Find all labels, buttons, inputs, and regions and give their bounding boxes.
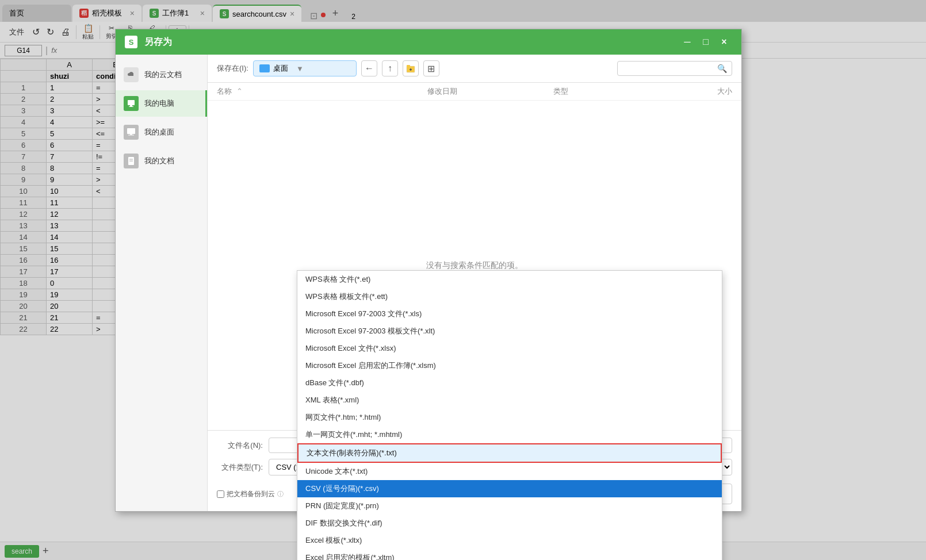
dialog-sidebar: 我的云文档 我的电脑 我的桌面 我的文档: [116, 55, 208, 511]
sidebar-cloud-label: 我的云文档: [144, 70, 182, 80]
dropdown-item[interactable]: Unicode 文本(*.txt): [297, 463, 722, 480]
folder-icon: [259, 64, 270, 72]
save-location-label: 保存在(I):: [217, 63, 248, 74]
col-type-header: 类型: [553, 86, 659, 97]
sidebar-desktop-label: 我的桌面: [144, 127, 174, 137]
search-box-dialog: 🔍: [617, 61, 732, 76]
filetype-dropdown: WPS表格 文件(*.et)WPS表格 模板文件(*.ett)Microsoft…: [297, 270, 722, 560]
dropdown-item[interactable]: Microsoft Excel 启用宏的工作簿(*.xlsm): [297, 357, 722, 374]
sidebar-item-cloud[interactable]: 我的云文档: [116, 62, 207, 88]
documents-icon: [124, 154, 139, 168]
dropdown-item[interactable]: WPS表格 模板文件(*.ett): [297, 288, 722, 305]
dropdown-item[interactable]: 文本文件(制表符分隔)(*.txt): [297, 443, 722, 463]
dropdown-item[interactable]: Excel 启用宏的模板(*.xltm): [297, 549, 722, 560]
dropdown-item[interactable]: CSV (逗号分隔)(*.csv): [297, 480, 722, 497]
sidebar-item-desktop[interactable]: 我的桌面: [116, 119, 207, 145]
dialog-maximize-btn[interactable]: □: [698, 34, 714, 50]
dropdown-item[interactable]: 网页文件(*.htm; *.html): [297, 409, 722, 426]
computer-icon: [124, 96, 139, 111]
dropdown-item[interactable]: XML 表格(*.xml): [297, 392, 722, 409]
save-location-value: 桌面: [273, 63, 288, 74]
dropdown-item[interactable]: dBase 文件(*.dbf): [297, 374, 722, 392]
dialog-title-icon: S: [125, 36, 137, 48]
nav-back-btn[interactable]: ←: [361, 60, 377, 76]
sidebar-computer-label: 我的电脑: [144, 98, 174, 109]
search-icon: 🔍: [717, 64, 727, 73]
sidebar-documents-label: 我的文档: [144, 156, 174, 166]
dropdown-item[interactable]: Microsoft Excel 97-2003 文件(*.xls): [297, 305, 722, 323]
dialog-controls: ─ □ ×: [679, 34, 732, 50]
sidebar-item-computer[interactable]: 我的电脑: [116, 90, 207, 117]
dropdown-item[interactable]: DIF 数据交换文件(*.dif): [297, 515, 722, 532]
dropdown-item[interactable]: PRN (固定宽度)(*.prn): [297, 497, 722, 515]
nav-up-btn[interactable]: ↑: [382, 60, 398, 76]
svg-rect-10: [407, 65, 410, 67]
svg-rect-2: [129, 106, 133, 107]
dialog-title-text: 另存为: [144, 36, 172, 48]
dropdown-item[interactable]: Microsoft Excel 文件(*.xlsx): [297, 340, 722, 357]
dialog-minimize-btn[interactable]: ─: [679, 34, 695, 50]
nav-folder-new-btn[interactable]: [403, 60, 419, 76]
col-size-header: 大小: [659, 86, 732, 97]
dropdown-item[interactable]: 单一网页文件(*.mht; *.mhtml): [297, 426, 722, 443]
dropdown-item[interactable]: Microsoft Excel 97-2003 模板文件(*.xlt): [297, 323, 722, 340]
col-date-header: 修改日期: [427, 86, 553, 97]
search-input-dialog[interactable]: [622, 64, 714, 73]
cloud-backup-area: 把文档备份到云 ⓘ: [217, 489, 284, 499]
cloud-icon: [124, 67, 139, 82]
cloud-backup-checkbox[interactable]: [217, 490, 224, 498]
desktop-icon: [124, 125, 139, 140]
sidebar-item-documents[interactable]: 我的文档: [116, 148, 207, 174]
svg-rect-1: [130, 105, 132, 106]
filetype-label: 文件类型(T):: [217, 462, 263, 473]
dropdown-item[interactable]: Excel 模板(*.xltx): [297, 532, 722, 549]
dropdown-item[interactable]: WPS表格 文件(*.et): [297, 271, 722, 288]
file-list-header: 名称 ⌃ 修改日期 类型 大小: [208, 83, 741, 101]
svg-rect-3: [127, 128, 135, 134]
col-name-header: 名称 ⌃: [217, 86, 427, 97]
empty-message: 没有与搜索条件匹配的项。: [426, 260, 523, 271]
dialog-close-btn[interactable]: ×: [716, 34, 732, 50]
svg-rect-5: [128, 135, 134, 136]
cloud-backup-label: 把文档备份到云: [227, 489, 275, 499]
svg-rect-0: [128, 100, 135, 105]
info-icon: ⓘ: [277, 490, 284, 498]
dialog-titlebar: S 另存为 ─ □ ×: [116, 29, 741, 55]
save-location-combo[interactable]: 桌面 ▼: [253, 60, 357, 76]
nav-view-btn[interactable]: ⊞: [423, 60, 439, 76]
svg-rect-4: [130, 134, 132, 135]
filename-label: 文件名(N):: [217, 440, 263, 451]
combo-arrow: ▼: [296, 64, 304, 73]
dialog-nav-toolbar: 保存在(I): 桌面 ▼ ← ↑ ⊞ 🔍: [208, 55, 741, 83]
